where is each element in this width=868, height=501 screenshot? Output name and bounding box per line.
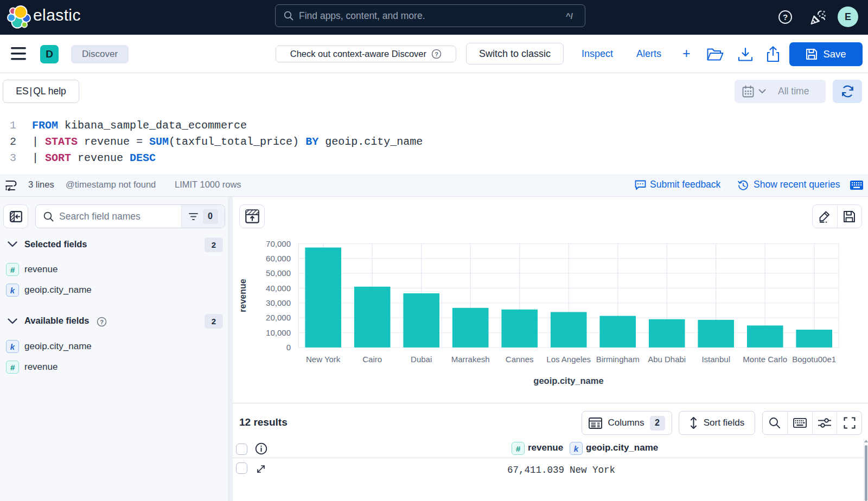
svg-text:Cannes: Cannes (506, 355, 534, 364)
svg-text:40,000: 40,000 (266, 284, 291, 293)
svg-text:Los Angeles: Los Angeles (546, 355, 591, 364)
svg-text:60,000: 60,000 (266, 254, 291, 263)
svg-text:Istanbul: Istanbul (701, 355, 730, 364)
svg-text:Birmingham: Birmingham (596, 355, 640, 364)
svg-text:0: 0 (286, 343, 291, 352)
svg-text:Marrakesh: Marrakesh (451, 355, 490, 364)
svg-text:?: ? (783, 12, 788, 22)
svg-text:New York: New York (306, 355, 341, 364)
svg-text:30,000: 30,000 (266, 298, 291, 307)
svg-text:Cairo: Cairo (362, 355, 382, 364)
svg-text:50,000: 50,000 (266, 268, 291, 278)
svg-text:20,000: 20,000 (266, 313, 291, 322)
svg-text:Monte Carlo: Monte Carlo (743, 355, 787, 364)
svg-text:geoip.city_name: geoip.city_name (533, 376, 603, 386)
svg-text:70,000: 70,000 (266, 239, 291, 248)
svg-text:?: ? (100, 319, 104, 325)
svg-text:Bogotu00e1: Bogotu00e1 (792, 355, 836, 364)
svg-text:?: ? (435, 51, 438, 57)
svg-text:Abu Dhabi: Abu Dhabi (648, 355, 686, 364)
svg-text:revenue: revenue (238, 279, 247, 312)
svg-text:10,000: 10,000 (266, 328, 291, 337)
svg-text:Dubai: Dubai (411, 355, 432, 364)
